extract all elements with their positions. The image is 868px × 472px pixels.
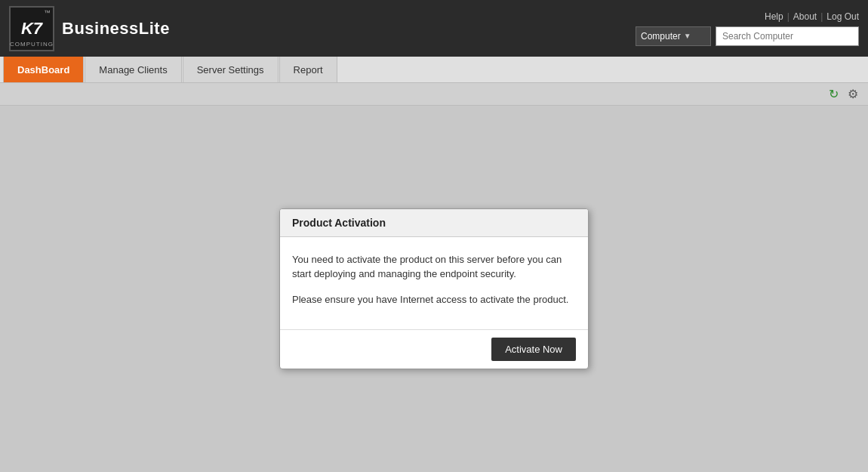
sep2: | [820, 11, 823, 22]
help-link[interactable]: Help [765, 11, 783, 22]
app-title: BusinessLite [62, 19, 170, 39]
main-content: Product Activation You need to activate … [0, 106, 868, 472]
chevron-down-icon: ▼ [684, 32, 706, 40]
navbar: DashBoard Manage Clients Server Settings… [0, 57, 868, 83]
product-activation-modal: Product Activation You need to activate … [279, 208, 589, 370]
tab-manage-clients[interactable]: Manage Clients [85, 57, 181, 82]
modal-overlay: Product Activation You need to activate … [0, 106, 868, 472]
sep1: | [787, 11, 790, 22]
about-link[interactable]: About [793, 11, 817, 22]
logo-tm: ™ [44, 9, 51, 17]
computer-dropdown[interactable]: Computer ▼ [636, 26, 711, 46]
modal-title: Product Activation [280, 209, 588, 237]
toolbar: ↻ ⚙ [0, 83, 868, 106]
header-links: Help | About | Log Out [765, 11, 859, 22]
modal-paragraph-1: You need to activate the product on this… [292, 252, 576, 282]
refresh-icon[interactable]: ↻ [826, 87, 841, 102]
activate-now-button[interactable]: Activate Now [491, 338, 576, 361]
header-right: Help | About | Log Out Computer ▼ [636, 11, 859, 46]
modal-paragraph-2: Please ensure you have Internet access t… [292, 292, 576, 307]
search-area: Computer ▼ [636, 26, 859, 46]
logo-k7: K7 [21, 20, 42, 37]
tab-dashboard[interactable]: DashBoard [3, 57, 84, 82]
search-input[interactable] [716, 26, 859, 46]
logout-link[interactable]: Log Out [826, 11, 859, 22]
header: ™ K7 COMPUTING BusinessLite Help | About… [0, 0, 868, 57]
logo-computing: COMPUTING [10, 41, 54, 48]
modal-footer: Activate Now [280, 329, 588, 369]
tab-server-settings[interactable]: Server Settings [183, 57, 279, 82]
dropdown-value: Computer [641, 31, 681, 42]
logo-box: ™ K7 COMPUTING [9, 6, 54, 51]
settings-icon[interactable]: ⚙ [845, 87, 860, 102]
logo-area: ™ K7 COMPUTING BusinessLite [9, 6, 170, 51]
modal-body: You need to activate the product on this… [280, 237, 588, 330]
tab-report[interactable]: Report [279, 57, 337, 82]
